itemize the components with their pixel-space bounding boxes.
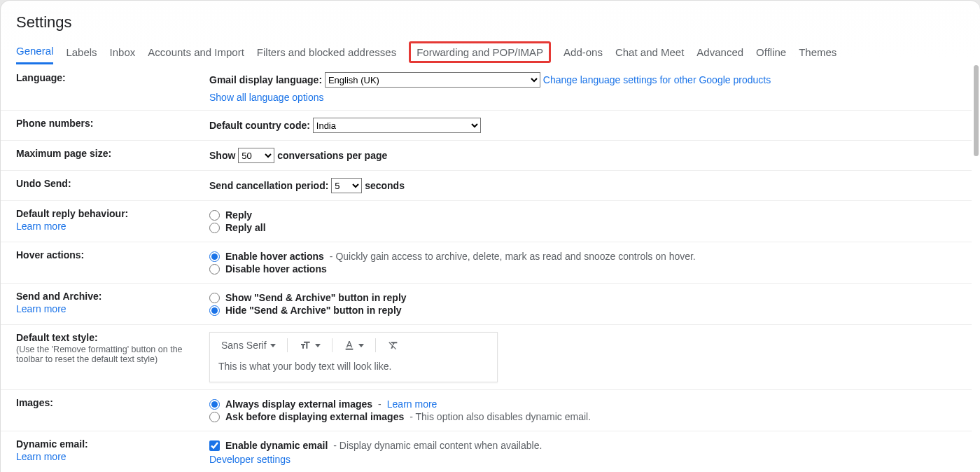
chevron-down-icon	[270, 344, 276, 347]
reply-all-option-label: Reply all	[225, 222, 266, 233]
undo-period-select[interactable]: 5	[331, 178, 362, 193]
text-style-preview: This is what your body text will look li…	[210, 358, 497, 382]
scrollbar-thumb[interactable]	[974, 65, 979, 156]
label-language: Language:	[16, 72, 204, 103]
tab-labels[interactable]: Labels	[66, 41, 97, 64]
tab-filters[interactable]: Filters and blocked addresses	[257, 41, 396, 64]
default-country-code-label: Default country code:	[209, 120, 310, 131]
developer-settings-link[interactable]: Developer settings	[209, 454, 290, 465]
label-text-style: Default text style:	[16, 332, 98, 343]
page-size-suffix: conversations per page	[277, 150, 387, 161]
label-hover: Hover actions:	[16, 249, 204, 276]
tab-inbox[interactable]: Inbox	[110, 41, 136, 64]
reply-radio[interactable]	[209, 210, 220, 221]
remove-formatting-button[interactable]	[383, 337, 404, 354]
change-language-link[interactable]: Change language settings for other Googl…	[543, 74, 771, 85]
tab-chat[interactable]: Chat and Meet	[615, 41, 684, 64]
text-color-icon	[344, 340, 355, 351]
row-page-size: Maximum page size: Show 50 conversations…	[1, 141, 972, 171]
images-ask-radio[interactable]	[209, 412, 220, 422]
tab-general[interactable]: General	[16, 39, 53, 64]
font-family-name: Sans Serif	[221, 340, 267, 351]
label-images: Images:	[16, 397, 204, 424]
row-dynamic: Dynamic email: Learn more Enable dynamic…	[1, 431, 972, 469]
images-ask-label: Ask before displaying external images	[225, 411, 404, 422]
row-phone: Phone numbers: Default country code: Ind…	[1, 111, 972, 141]
tab-offline[interactable]: Offline	[756, 41, 786, 64]
archive-show-radio[interactable]	[209, 293, 220, 303]
text-size-icon	[299, 340, 312, 351]
tab-forwarding[interactable]: Forwarding and POP/IMAP	[409, 41, 551, 63]
reply-learn-more-link[interactable]: Learn more	[16, 221, 204, 232]
gmail-display-language-label: Gmail display language:	[209, 74, 322, 85]
images-learn-more-link[interactable]: Learn more	[387, 398, 438, 410]
page-size-show-label: Show	[209, 150, 235, 161]
label-page-size: Maximum page size:	[16, 148, 204, 163]
dynamic-enable-desc: - Display dynamic email content when ava…	[333, 440, 542, 451]
reply-all-radio[interactable]	[209, 223, 220, 233]
archive-hide-radio[interactable]	[209, 305, 220, 316]
tab-themes[interactable]: Themes	[799, 41, 836, 64]
country-code-select[interactable]: India	[313, 118, 481, 133]
dynamic-enable-checkbox[interactable]	[209, 440, 220, 451]
svg-rect-0	[345, 349, 353, 350]
font-color-button[interactable]	[340, 337, 368, 354]
label-archive: Send and Archive:	[16, 291, 102, 302]
row-images: Images: Always display external images -…	[1, 390, 972, 431]
label-undo: Undo Send:	[16, 178, 204, 193]
tab-advanced[interactable]: Advanced	[696, 41, 743, 64]
reply-option-label: Reply	[225, 209, 252, 221]
label-reply: Default reply behaviour:	[16, 208, 128, 219]
row-reply: Default reply behaviour: Learn more Repl…	[1, 201, 972, 242]
chevron-down-icon	[315, 344, 321, 347]
dynamic-enable-label: Enable dynamic email	[225, 440, 328, 451]
images-always-radio[interactable]	[209, 399, 220, 410]
show-all-languages-link[interactable]: Show all language options	[209, 92, 323, 103]
archive-learn-more-link[interactable]: Learn more	[16, 303, 204, 314]
row-hover: Hover actions: Enable hover actions - Qu…	[1, 242, 972, 284]
dynamic-learn-more-link[interactable]: Learn more	[16, 451, 204, 462]
label-phone: Phone numbers:	[16, 118, 204, 133]
hover-disable-label: Disable hover actions	[225, 263, 327, 275]
remove-format-icon	[387, 340, 400, 351]
label-text-style-sub: (Use the 'Remove formatting' button on t…	[16, 345, 204, 364]
page-size-select[interactable]: 50	[238, 148, 274, 163]
row-archive: Send and Archive: Learn more Show "Send …	[1, 284, 972, 325]
row-language: Language: Gmail display language: Englis…	[1, 65, 972, 111]
undo-period-label: Send cancellation period:	[209, 180, 328, 191]
text-style-box: Sans Serif	[209, 332, 498, 382]
tab-addons[interactable]: Add-ons	[564, 41, 603, 64]
tab-accounts[interactable]: Accounts and Import	[148, 41, 244, 64]
label-dynamic: Dynamic email:	[16, 438, 88, 450]
archive-show-label: Show "Send & Archive" button in reply	[225, 292, 407, 303]
row-text-style: Default text style: (Use the 'Remove for…	[1, 325, 972, 390]
language-select[interactable]: English (UK)	[325, 72, 540, 88]
page-title: Settings	[1, 1, 980, 39]
images-always-label: Always display external images	[225, 398, 372, 410]
row-undo: Undo Send: Send cancellation period: 5 s…	[1, 171, 972, 201]
hover-enable-radio[interactable]	[209, 251, 220, 262]
images-ask-desc: - This option also disables dynamic emai…	[410, 411, 591, 422]
hover-disable-radio[interactable]	[209, 264, 220, 275]
settings-tabs: General Labels Inbox Accounts and Import…	[1, 39, 980, 65]
hover-enable-label: Enable hover actions	[225, 251, 324, 262]
chevron-down-icon	[358, 344, 364, 347]
hover-enable-desc: - Quickly gain access to archive, delete…	[330, 251, 696, 262]
font-size-button[interactable]	[295, 337, 325, 354]
undo-suffix: seconds	[365, 180, 405, 191]
archive-hide-label: Hide "Send & Archive" button in reply	[225, 305, 402, 316]
font-family-button[interactable]: Sans Serif	[217, 337, 280, 354]
